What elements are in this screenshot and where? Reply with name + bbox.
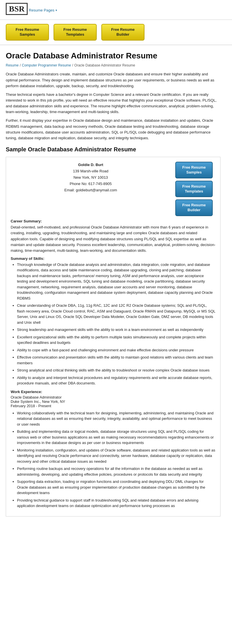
- left-column: Oracle Database Administrator Resume Res…: [6, 45, 226, 521]
- resume-contact: Goldie D. Burt 139 Marsh-ville Road New …: [11, 162, 171, 216]
- skill-item-3: Excellent organizational skills with the…: [17, 334, 216, 346]
- work-exp-duties-list: Working collaboratively with the technic…: [11, 410, 216, 509]
- breadcrumb-sep2: /: [72, 63, 73, 67]
- free-resume-samples-button[interactable]: Free Resume Samples: [6, 24, 49, 41]
- resume-sidebar-buttons: Free Resume Samples Free Resume Template…: [175, 162, 216, 216]
- breadcrumb-current: Oracle Database Administrator Resume: [74, 63, 135, 67]
- resume-name: Goldie D. Burt: [11, 162, 171, 168]
- skill-item-2: Strong leadership and management skills …: [17, 327, 216, 333]
- breadcrumb-home[interactable]: Resume: [6, 63, 19, 67]
- main-content: Oracle Database Administrator Resume Res…: [0, 45, 232, 521]
- site-header: BSR Resume Pages ▾: [0, 0, 232, 20]
- resume-box: Goldie D. Burt 139 Marsh-ville Road New …: [6, 157, 220, 517]
- duty-item-0: Working collaboratively with the technic…: [17, 410, 216, 427]
- intro-para-1: Oracle Database Administrators create, m…: [6, 71, 220, 89]
- work-exp-title: Work Experience:: [11, 390, 216, 394]
- resume-email: Email: goldieburt@anymail.com: [11, 187, 171, 193]
- page-title: Oracle Database Administrator Resume: [6, 51, 220, 61]
- breadcrumb-parent[interactable]: Computer Programmer Resume: [22, 63, 71, 67]
- resume-builder-button[interactable]: Free Resume Builder: [175, 199, 213, 216]
- resume-address: 139 Marsh-ville Road: [11, 168, 171, 174]
- skill-item-4: Ability to cope with a fast-paced and ch…: [17, 347, 216, 353]
- free-resume-builder-button[interactable]: Free Resume Builder: [101, 24, 144, 41]
- career-summary-text: Detail-oriented, self-motivated, and pro…: [11, 224, 216, 254]
- nav-dropdown-arrow: ▾: [56, 9, 57, 12]
- resume-city-state: New York, NY 10013: [11, 174, 171, 181]
- site-logo: BSR: [6, 3, 28, 15]
- skill-item-1: Clear understanding of Oracle DBA, 11g, …: [17, 303, 216, 325]
- breadcrumb-sep1: /: [20, 63, 21, 67]
- duty-item-4: Supporting data extraction, loading or m…: [17, 479, 216, 496]
- breadcrumb: Resume / Computer Programmer Resume / Or…: [6, 63, 220, 67]
- duty-item-5: Providing technical guidance to support …: [17, 498, 216, 509]
- skills-title: Summary of Skills:: [11, 256, 216, 261]
- work-exp-company: Duke System Inc., New York, NY: [11, 399, 216, 404]
- nav-link-resume-pages[interactable]: Resume Pages: [29, 8, 54, 12]
- nav-resume-pages[interactable]: Resume Pages ▾: [29, 8, 57, 12]
- top-buttons-row: Free Resume Samples Free Resume Template…: [0, 20, 232, 45]
- sample-section-title: Sample Oracle Database Administrator Res…: [6, 146, 220, 153]
- skill-item-7: Ability to analyze and interpret technic…: [17, 375, 216, 386]
- intro-para-3: Further, it must display your expertise …: [6, 118, 220, 141]
- work-exp-role: Oracle Database Administrator: [11, 395, 216, 399]
- intro-para-2: These technical experts have a bachelor'…: [6, 92, 220, 115]
- career-summary-title: Career Summary:: [11, 219, 216, 223]
- skill-item-5: Effective communication and presentation…: [17, 355, 216, 366]
- skill-item-6: Strong analytical and critical thinking …: [17, 367, 216, 373]
- duty-item-1: Building and implementing data or logica…: [17, 429, 216, 446]
- skill-item-0: Thorough knowledge of Oracle database an…: [17, 262, 216, 301]
- free-resume-templates-button[interactable]: Free Resume Templates: [54, 24, 97, 41]
- resume-templates-button[interactable]: Free Resume Templates: [175, 181, 213, 197]
- work-exp-dates: February 2018 - Present: [11, 404, 216, 408]
- duty-item-3: Performing routine backups and recovery …: [17, 466, 216, 477]
- duty-item-2: Monitoring installation, configuration, …: [17, 447, 216, 464]
- resume-samples-button[interactable]: Free Resume Samples: [175, 162, 213, 178]
- skills-list: Thorough knowledge of Oracle database an…: [11, 262, 216, 386]
- resume-phone: Phone No: 617-745-8905: [11, 181, 171, 187]
- resume-header-row: Goldie D. Burt 139 Marsh-ville Road New …: [11, 162, 216, 216]
